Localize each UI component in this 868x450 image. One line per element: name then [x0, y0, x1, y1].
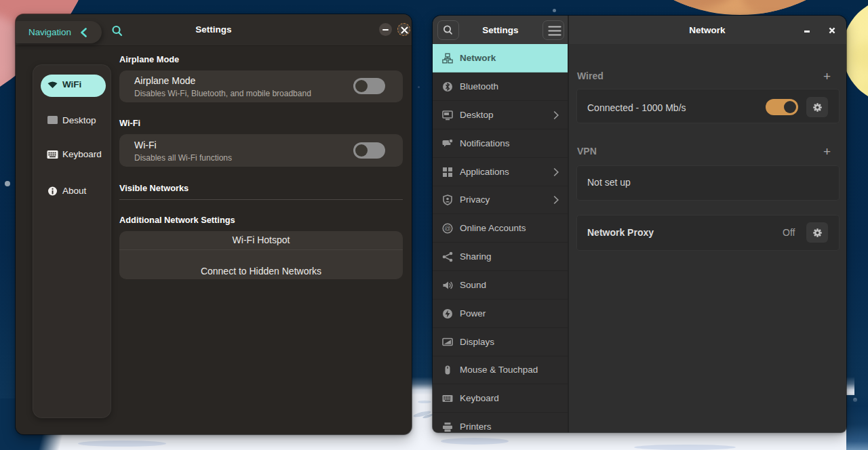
- svg-text:@: @: [444, 224, 451, 232]
